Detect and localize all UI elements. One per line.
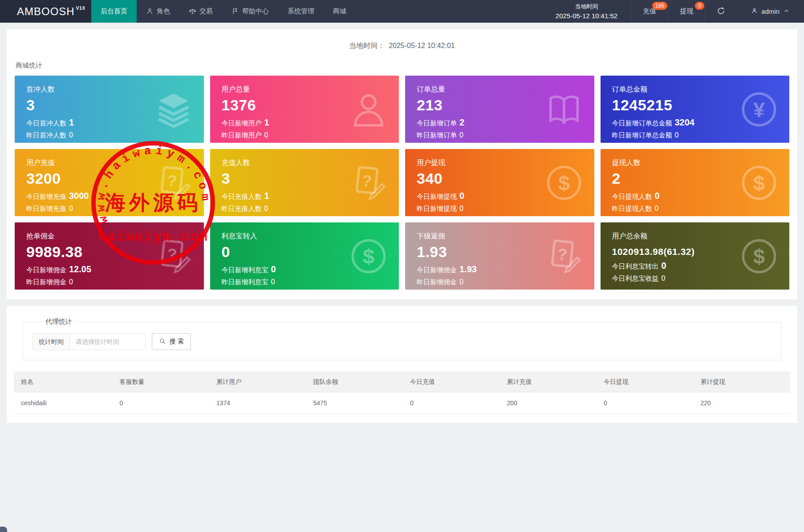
corner-widget[interactable]: [0, 527, 7, 532]
table-header-cell: 今日充值: [403, 372, 500, 392]
stat-card: 订单总量213今日新增订单2昨日新增订单0: [405, 76, 594, 143]
dollar-icon: $: [739, 237, 779, 276]
stat-cards-grid: 首冲人数3今日首冲人数1昨日首冲人数0用户总量1376今日新增用户1昨日新增用户…: [7, 70, 797, 290]
stat-card-line-yesterday: 昨日提现人数0: [612, 205, 778, 213]
admin-username: admin: [761, 8, 780, 15]
table-cell: 220: [693, 392, 790, 414]
table-header-cell: 累计用户: [209, 372, 306, 392]
dollar-icon: $: [739, 163, 779, 202]
table-cell: ceshidaili: [14, 392, 112, 414]
stat-card-line-yesterday: 昨日新增充值0: [26, 205, 192, 213]
doc-icon: ?: [154, 163, 193, 202]
stat-card: 首冲人数3今日首冲人数1昨日首冲人数0: [15, 76, 204, 143]
table-header-cell: 团队余额: [306, 372, 403, 392]
doc-icon: ?: [349, 163, 388, 202]
dollar-icon: $: [349, 237, 388, 276]
dollar-icon: $: [544, 163, 584, 202]
svg-text:$: $: [558, 171, 569, 194]
user-icon: [751, 8, 758, 16]
svg-text:¥: ¥: [753, 98, 765, 121]
agent-table: 姓名客服数量累计用户团队余额今日充值累计充值今日提现累计提现 ceshidail…: [14, 372, 790, 414]
menu-item-label: 交易: [199, 7, 213, 16]
table-row: ceshidaili01374547502000220: [14, 392, 790, 414]
admin-menu[interactable]: admin: [737, 0, 804, 23]
layers-icon: [154, 90, 193, 129]
stat-card-line-yesterday: 昨日新增提现0: [417, 205, 583, 213]
svg-text:?: ?: [166, 245, 178, 263]
scales-icon: [189, 8, 196, 15]
svg-text:?: ?: [556, 245, 568, 263]
doc-icon: ?: [154, 237, 193, 276]
menu-item-label: 系统管理: [288, 7, 314, 16]
menu-item-label: 帮助中心: [242, 7, 269, 16]
stat-card: 用户提现340今日新增提现0昨日新增提现0$: [405, 149, 594, 216]
agent-panel: 代理统计 统计时间 搜 索 姓名客服数量累计用户团队余额今日充值累计充值今日提现…: [7, 306, 797, 423]
table-header-cell: 累计充值: [499, 372, 597, 392]
yen-icon: ¥: [739, 90, 779, 129]
stat-card: 利息宝转入0今日新增利息宝0昨日新增利息宝0$: [210, 222, 399, 290]
person-icon: [146, 8, 154, 15]
app-logo[interactable]: AMBOOSHV10: [0, 0, 91, 23]
agent-legend: 代理统计: [41, 318, 77, 326]
stat-card: 下级返佣1.93今日新增佣金1.93昨日新增佣金0?: [405, 222, 594, 290]
table-header-cell: 累计提现: [693, 372, 790, 392]
stat-card-line-yesterday: 昨日新增订单总金额0: [612, 131, 778, 140]
local-time-value: 2025-05-12 10:41:52: [556, 11, 617, 20]
stat-card-line-yesterday: 昨日新增订单0: [417, 131, 583, 140]
svg-text:$: $: [363, 245, 374, 268]
flag-icon: [231, 8, 239, 15]
recharge-link[interactable]: 充值 186: [631, 0, 668, 23]
stat-card-line-yesterday: 昨日充值人数0: [222, 205, 388, 213]
stat-card-line-yesterday: 昨日首冲人数0: [26, 131, 192, 140]
table-header-cell: 今日提现: [597, 372, 694, 392]
navbar-right: 当地时间 2025-05-12 10:41:52 充值 186 提现 0 a: [542, 0, 804, 23]
table-body: ceshidaili01374547502000220: [14, 392, 790, 414]
page-time-value: 2025-05-12 10:42:01: [389, 42, 455, 49]
page-time-label: 当地时间：: [349, 42, 385, 49]
page-time-line: 当地时间： 2025-05-12 10:42:01: [7, 29, 797, 51]
withdraw-label: 提现: [680, 7, 693, 16]
stat-card: 用户充值3200今日新增充值3000昨日新增充值0?: [15, 149, 204, 216]
menu-item-4[interactable]: 帮助中心: [222, 0, 278, 23]
svg-text:?: ?: [166, 171, 178, 190]
table-cell: 0: [403, 392, 500, 414]
local-time-label: 当地时间: [556, 2, 617, 11]
table-cell: 0: [112, 392, 209, 414]
book-icon: [544, 90, 584, 129]
agent-filter-row: 统计时间 搜 索: [32, 333, 772, 350]
stat-card: 用户总余额1020913.98(61.32)今日利息宝转出0今日利息宝收益0$: [601, 222, 790, 290]
menu-item-5[interactable]: 系统管理: [278, 0, 324, 23]
local-time-block: 当地时间 2025-05-12 10:41:52: [542, 0, 631, 23]
menu-item-1[interactable]: 后台首页: [91, 0, 137, 23]
stat-card: 充值人数3今日充值人数1昨日充值人数0?: [210, 149, 399, 216]
stat-card-line-yesterday: 昨日新增用户0: [222, 131, 388, 140]
section-title: 商城统计: [7, 51, 797, 70]
app-logo-version: V10: [76, 6, 85, 11]
stat-card: 提现人数2今日提现人数0昨日提现人数0$: [601, 149, 790, 216]
table-cell: 5475: [306, 392, 403, 414]
menu-item-label: 后台首页: [101, 7, 127, 16]
top-navbar: AMBOOSHV10 后台首页角色交易帮助中心系统管理商城 当地时间 2025-…: [0, 0, 804, 23]
stat-card-line-yesterday: 今日利息宝收益0: [612, 274, 778, 283]
stat-card: 订单总金额1245215今日新增订单总金额3204昨日新增订单总金额0¥: [601, 76, 790, 143]
svg-text:$: $: [753, 171, 765, 194]
table-cell: 200: [499, 392, 597, 414]
recharge-badge: 186: [652, 2, 667, 10]
table-cell: 0: [597, 392, 694, 414]
withdraw-link[interactable]: 提现 0: [668, 0, 705, 23]
filter-label: 统计时间: [32, 333, 70, 350]
chevron-up-icon: [783, 8, 790, 16]
menu-item-2[interactable]: 角色: [137, 0, 179, 23]
stat-time-input[interactable]: [70, 333, 146, 350]
search-button[interactable]: 搜 索: [152, 333, 191, 350]
refresh-icon: [717, 7, 725, 16]
search-icon: [159, 338, 166, 346]
search-button-label: 搜 索: [170, 338, 184, 346]
table-header-row: 姓名客服数量累计用户团队余额今日充值累计充值今日提现累计提现: [14, 372, 790, 392]
refresh-button[interactable]: [705, 0, 737, 23]
stat-card-line-yesterday: 昨日新增利息宝0: [222, 278, 388, 286]
page: AMBOOSHV10 后台首页角色交易帮助中心系统管理商城 当地时间 2025-…: [0, 0, 804, 532]
menu-item-label: 商城: [333, 7, 346, 16]
menu-item-3[interactable]: 交易: [179, 0, 222, 23]
menu-item-6[interactable]: 商城: [324, 0, 356, 23]
